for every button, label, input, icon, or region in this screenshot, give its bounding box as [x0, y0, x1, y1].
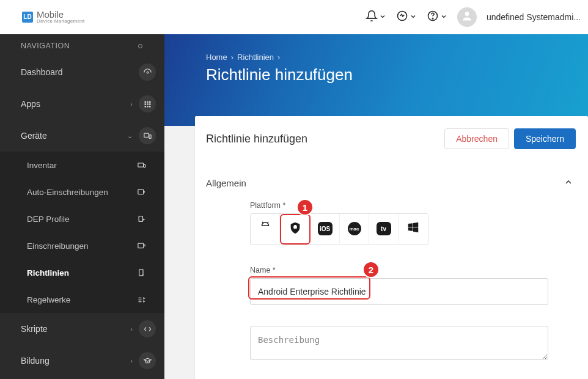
help-menu[interactable] [427, 10, 447, 24]
breadcrumb: Home › Richtlinien › [206, 53, 588, 62]
sidebar-item-enrollments[interactable]: Einschreibungen [0, 232, 164, 259]
brand-name: Mobile [37, 10, 84, 19]
name-input[interactable] [250, 278, 548, 305]
devices-icon [139, 127, 156, 144]
code-icon [139, 320, 156, 337]
sidebar-item-rulesets[interactable]: Regelwerke [0, 286, 164, 313]
sidebar-item-education[interactable]: Bildung › [0, 345, 164, 377]
form-card: Richtlinie hinzufügen Abbrechen Speicher… [195, 116, 588, 379]
mac-icon: mac [348, 222, 361, 235]
chevron-right-icon: › [130, 325, 133, 333]
sidebar-item-dep[interactable]: DEP Profile [0, 205, 164, 232]
chevron-up-icon [564, 177, 573, 189]
annotation-badge-2: 2 [362, 261, 380, 278]
annotation-badge-1: 1 [296, 199, 314, 216]
svg-point-23 [266, 224, 267, 224]
sidebar-item-scripts[interactable]: Skripte › [0, 313, 164, 345]
svg-rect-5 [144, 101, 146, 103]
sidebar-heading: NAVIGATION [0, 34, 164, 56]
save-button[interactable]: Speichern [514, 128, 576, 149]
svg-rect-15 [149, 134, 151, 138]
svg-rect-19 [139, 216, 142, 221]
sidebar-item-apps[interactable]: Apps › [0, 88, 164, 120]
activity-menu[interactable] [396, 10, 417, 24]
description-input[interactable] [250, 326, 548, 360]
chevron-down-icon [379, 12, 386, 23]
platform-ios[interactable]: iOS [311, 214, 340, 243]
sidebar-item-policies[interactable]: Richtlinien [0, 259, 164, 286]
svg-rect-24 [293, 226, 297, 229]
platform-android-enterprise[interactable] [280, 214, 311, 245]
brand-logo[interactable]: LD Mobile Device Management [22, 10, 84, 24]
sidebar-item-devices[interactable]: Geräte ⌄ [0, 120, 164, 152]
main-panel: Home › Richtlinien › Richtlinie hinzufüg… [164, 34, 588, 379]
username-label[interactable]: undefined Systemadmi... [487, 12, 581, 22]
cancel-button[interactable]: Abbrechen [444, 128, 509, 149]
grid-icon [139, 95, 156, 112]
svg-rect-16 [138, 163, 143, 166]
platform-windows[interactable] [399, 214, 428, 243]
sidebar-item-inventory[interactable]: Inventar [0, 152, 164, 178]
svg-rect-10 [149, 103, 151, 105]
ios-icon: iOS [318, 222, 333, 235]
sidebar-item-label: Regelwerke [27, 295, 135, 304]
sidebar-item-label: Geräte [21, 131, 127, 141]
appletv-icon: tv [377, 222, 391, 235]
svg-rect-17 [144, 164, 145, 167]
brand-tagline: Device Management [37, 19, 84, 24]
page-title: Richtlinie hinzufügen [206, 65, 588, 84]
platform-mac[interactable]: mac [340, 214, 369, 243]
platform-android[interactable] [251, 214, 280, 243]
sidebar-item-label: Einschreibungen [27, 241, 135, 251]
platform-appletv[interactable]: tv [369, 214, 399, 243]
auto-enroll-icon [135, 186, 147, 198]
inventory-icon [135, 159, 147, 171]
top-bar: LD Mobile Device Management [0, 0, 588, 34]
platform-selector: iOS mac tv [250, 213, 428, 245]
chevron-right-icon: › [231, 53, 233, 62]
sidebar-item-label: Richtlinien [27, 268, 135, 278]
user-avatar[interactable] [457, 7, 477, 27]
breadcrumb-policies[interactable]: Richtlinien [237, 53, 274, 62]
rules-icon [135, 293, 147, 306]
sidebar-item-label: Skripte [21, 324, 130, 334]
breadcrumb-home[interactable]: Home [206, 53, 227, 62]
target-icon [138, 44, 142, 48]
notifications-menu[interactable] [366, 10, 386, 24]
chevron-right-icon: › [277, 53, 280, 62]
android-icon [259, 221, 272, 237]
sidebar-item-autoenroll[interactable]: Auto-Einschreibungen [0, 178, 164, 205]
svg-rect-20 [138, 243, 143, 248]
card-title: Richtlinie hinzufügen [206, 133, 439, 145]
section-general-header[interactable]: Allgemein [195, 160, 588, 201]
sidebar-item-label: Dashboard [21, 67, 139, 77]
svg-rect-18 [138, 190, 143, 194]
sidebar-item-label: Bildung [21, 356, 130, 366]
sidebar-item-dashboard[interactable]: Dashboard [0, 56, 164, 88]
svg-point-2 [432, 18, 433, 18]
svg-point-4 [147, 72, 149, 73]
svg-point-22 [263, 224, 263, 224]
gauge-icon [139, 64, 156, 81]
sidebar-submenu-devices: Inventar Auto-Einschreibungen DEP Profil… [0, 152, 164, 313]
name-label: Name * [250, 266, 573, 274]
chevron-right-icon: › [130, 100, 133, 108]
windows-icon [406, 221, 420, 237]
android-enterprise-icon [288, 221, 302, 237]
svg-rect-13 [149, 106, 151, 108]
svg-rect-25 [294, 225, 296, 226]
chevron-right-icon: › [130, 357, 133, 364]
chevron-down-icon [410, 12, 417, 23]
svg-rect-7 [149, 101, 151, 103]
chevron-down-icon [440, 12, 447, 23]
svg-rect-9 [147, 103, 149, 105]
enroll-icon [135, 240, 147, 252]
svg-rect-11 [144, 106, 146, 108]
user-icon [461, 10, 473, 24]
policy-icon [135, 267, 147, 279]
help-icon [427, 10, 439, 24]
chevron-down-icon: ⌄ [127, 132, 133, 140]
svg-rect-21 [139, 269, 142, 275]
svg-point-3 [465, 12, 469, 16]
logo-badge: LD [22, 12, 33, 23]
